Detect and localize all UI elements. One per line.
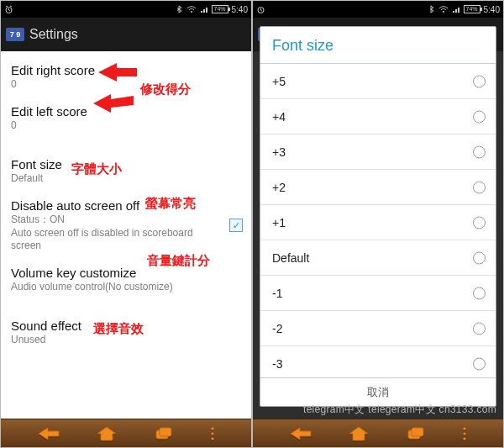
font-size-option[interactable]: +1	[260, 205, 496, 240]
option-label: +4	[272, 110, 286, 124]
setting-label: Edit left score	[11, 104, 241, 119]
font-size-option[interactable]: -3	[260, 346, 496, 377]
wifi-icon	[438, 5, 449, 13]
radio-icon[interactable]	[473, 357, 486, 370]
signal-icon	[200, 5, 208, 13]
edit-left-score-item[interactable]: Edit left score 0	[1, 98, 251, 139]
back-button[interactable]	[288, 425, 313, 442]
setting-value: 0	[11, 78, 241, 91]
svg-marker-13	[291, 428, 311, 440]
option-label: -2	[272, 322, 282, 335]
svg-point-1	[191, 11, 192, 13]
svg-rect-7	[160, 428, 171, 436]
app-logo-icon: 7 9	[6, 28, 24, 41]
font-size-option[interactable]: -2	[260, 311, 496, 346]
radio-icon[interactable]	[473, 110, 486, 123]
radio-icon[interactable]	[473, 251, 486, 264]
font-size-option[interactable]: -1	[260, 276, 496, 311]
svg-point-12	[443, 11, 444, 13]
radio-icon[interactable]	[473, 216, 486, 229]
radio-icon[interactable]	[473, 145, 486, 158]
options-list: +5+4+3+2+1Default-1-2-3	[260, 64, 496, 377]
alarm-icon	[4, 5, 13, 14]
radio-icon[interactable]	[473, 287, 486, 299]
svg-point-8	[212, 427, 214, 430]
svg-point-10	[212, 437, 214, 440]
svg-point-18	[464, 432, 466, 435]
screen-left-settings: 74% 5:40 7 9 Settings Edit right score 0…	[0, 0, 252, 448]
bottom-nav	[1, 419, 251, 447]
wifi-icon	[186, 5, 197, 13]
option-label: +2	[272, 181, 286, 194]
disable-auto-screen-off-item[interactable]: Disable auto screen off Status：ON Auto s…	[1, 192, 251, 259]
bottom-nav	[253, 419, 503, 447]
signal-icon	[452, 5, 460, 13]
font-size-option[interactable]: +4	[260, 99, 496, 134]
sound-effect-item[interactable]: Sound effect Unused	[1, 300, 251, 353]
svg-point-9	[212, 432, 214, 435]
setting-label: Disable auto screen off	[11, 198, 223, 213]
svg-marker-14	[349, 427, 368, 440]
dialog-title: Font size	[260, 27, 496, 63]
status-bar: 74% 5:40	[253, 1, 503, 18]
settings-list: Edit right score 0 Edit left score 0 Fon…	[1, 51, 251, 419]
option-label: Default	[272, 251, 309, 265]
option-label: -1	[272, 287, 282, 300]
radio-icon[interactable]	[473, 322, 486, 335]
option-label: +1	[272, 216, 286, 229]
home-button[interactable]	[348, 425, 370, 442]
font-size-item[interactable]: Font size Default	[1, 139, 251, 192]
battery-indicator: 74%	[212, 5, 228, 13]
setting-status: Status：ON	[11, 213, 223, 226]
back-button[interactable]	[36, 425, 61, 442]
checkbox-icon[interactable]	[229, 219, 243, 232]
radio-icon[interactable]	[473, 181, 486, 193]
screen-right-fontsize-dialog: 74% 5:40 7 9 Font size +5+4+3+2+1Default…	[252, 0, 504, 448]
font-size-option[interactable]: +2	[260, 170, 496, 205]
setting-label: Edit right score	[11, 63, 241, 77]
setting-value: Unused	[11, 334, 241, 346]
option-label: +5	[272, 75, 286, 88]
recent-button[interactable]	[153, 425, 175, 442]
volume-key-customize-item[interactable]: Volume key customize Audio volume contro…	[1, 259, 251, 300]
svg-point-17	[464, 427, 466, 430]
option-label: -3	[272, 357, 282, 371]
svg-point-19	[464, 437, 466, 440]
setting-label: Volume key customize	[11, 266, 241, 280]
app-bar: 7 9 Settings	[1, 18, 251, 51]
cancel-button[interactable]: 取消	[260, 377, 496, 406]
setting-value: 0	[11, 119, 241, 132]
setting-label: Sound effect	[11, 319, 241, 333]
clock-text: 5:40	[232, 5, 248, 14]
menu-button[interactable]	[209, 425, 216, 442]
svg-rect-16	[412, 428, 423, 436]
setting-desc: Audio volume control(No customize)	[11, 281, 241, 293]
svg-marker-5	[97, 427, 116, 440]
bluetooth-icon	[428, 5, 435, 14]
recent-button[interactable]	[405, 425, 427, 442]
status-bar: 74% 5:40	[1, 1, 251, 18]
bluetooth-icon	[176, 5, 183, 14]
font-size-dialog: Font size +5+4+3+2+1Default-1-2-3 取消	[260, 26, 496, 407]
option-label: +3	[272, 145, 286, 159]
edit-right-score-item[interactable]: Edit right score 0	[1, 56, 251, 98]
radio-icon[interactable]	[473, 75, 486, 87]
font-size-option[interactable]: Default	[260, 240, 496, 276]
font-size-option[interactable]: +3	[260, 134, 496, 170]
app-title: Settings	[29, 27, 78, 42]
font-size-option[interactable]: +5	[260, 64, 496, 99]
svg-marker-4	[39, 428, 59, 440]
setting-desc: Auto screen off is disabled in scoreboar…	[11, 227, 223, 252]
alarm-icon	[256, 5, 265, 14]
menu-button[interactable]	[461, 425, 468, 442]
battery-indicator: 74%	[464, 5, 480, 13]
setting-value: Default	[11, 172, 241, 185]
clock-text: 5:40	[484, 5, 500, 14]
setting-label: Font size	[11, 157, 241, 171]
home-button[interactable]	[96, 425, 118, 442]
